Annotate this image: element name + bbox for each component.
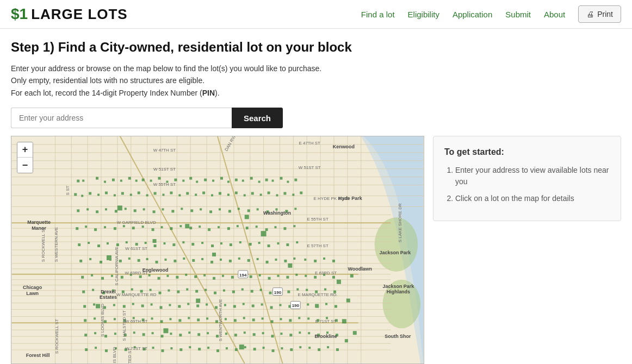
nav-eligibility[interactable]: Eligibility: [408, 10, 439, 19]
svg-rect-111: [251, 192, 254, 195]
svg-rect-203: [156, 261, 158, 263]
svg-rect-354: [262, 332, 264, 334]
svg-rect-93: [105, 192, 108, 194]
svg-rect-153: [179, 225, 182, 227]
svg-rect-92: [97, 194, 100, 196]
zoom-in-button[interactable]: +: [17, 142, 33, 158]
svg-rect-336: [94, 332, 96, 334]
nav-application[interactable]: Application: [453, 10, 492, 19]
svg-rect-283: [123, 305, 126, 308]
svg-rect-202: [146, 258, 148, 260]
svg-rect-165: [293, 225, 295, 227]
svg-text:190: 190: [274, 290, 282, 295]
svg-rect-392: [196, 299, 200, 303]
svg-rect-105: [202, 192, 205, 194]
svg-rect-395: [163, 328, 168, 333]
svg-rect-246: [295, 274, 298, 276]
svg-rect-90: [81, 195, 83, 197]
nav-submit[interactable]: Submit: [505, 10, 531, 19]
svg-text:S WENTWORTH AVE: S WENTWORTH AVE: [218, 299, 223, 342]
svg-rect-279: [83, 305, 86, 308]
svg-rect-183: [239, 241, 241, 243]
svg-rect-113: [268, 192, 270, 194]
header: $1 LARGE LOTS Find a lot Eligibility App…: [0, 0, 632, 29]
svg-rect-328: [280, 318, 282, 321]
svg-text:Brookline: Brookline: [314, 334, 337, 339]
svg-rect-264: [205, 289, 207, 291]
svg-rect-291: [196, 305, 199, 307]
svg-rect-404: [345, 339, 348, 342]
svg-rect-372: [170, 347, 172, 349]
svg-rect-100: [162, 194, 164, 196]
svg-rect-236: [203, 274, 206, 277]
svg-rect-213: [247, 259, 250, 262]
svg-rect-239: [231, 276, 234, 279]
svg-text:W 61ST ST: W 61ST ST: [125, 246, 147, 251]
svg-rect-365: [105, 349, 108, 352]
svg-rect-299: [270, 306, 273, 309]
svg-rect-256: [131, 288, 133, 291]
svg-rect-189: [296, 241, 298, 243]
svg-rect-305: [325, 303, 327, 305]
svg-rect-226: [111, 275, 113, 277]
map-container[interactable]: + −: [11, 136, 424, 364]
svg-rect-145: [104, 226, 106, 228]
svg-rect-351: [234, 334, 237, 336]
svg-rect-219: [304, 259, 306, 261]
svg-rect-207: [192, 259, 195, 262]
svg-text:Highlands: Highlands: [387, 289, 410, 294]
svg-rect-167: [88, 242, 90, 244]
svg-rect-319: [197, 319, 200, 322]
svg-text:Jackson Park: Jackson Park: [380, 250, 411, 255]
svg-rect-206: [183, 258, 185, 260]
svg-rect-252: [92, 289, 94, 291]
svg-text:194: 194: [239, 273, 247, 278]
svg-rect-175: [163, 242, 165, 244]
svg-rect-102: [178, 194, 181, 197]
svg-rect-181: [220, 242, 222, 244]
svg-rect-187: [277, 242, 279, 244]
svg-rect-294: [224, 304, 226, 306]
svg-rect-158: [227, 227, 230, 230]
svg-rect-96: [130, 194, 132, 196]
svg-rect-110: [244, 194, 246, 197]
svg-rect-262: [186, 288, 188, 291]
zoom-out-button[interactable]: −: [17, 158, 33, 173]
svg-rect-297: [252, 305, 255, 307]
svg-rect-77: [212, 180, 214, 182]
svg-rect-235: [194, 275, 197, 278]
svg-rect-394: [288, 263, 292, 268]
svg-rect-320: [206, 318, 208, 320]
svg-rect-398: [315, 304, 319, 308]
svg-rect-386: [299, 346, 301, 348]
svg-rect-225: [101, 277, 104, 280]
nav-find-lot[interactable]: Find a lot: [361, 10, 395, 19]
address-search-input[interactable]: [11, 108, 232, 128]
print-button[interactable]: 🖨 Print: [578, 5, 621, 23]
svg-rect-103: [186, 192, 189, 195]
svg-text:Jackson Park: Jackson Park: [383, 284, 414, 289]
svg-rect-376: [207, 347, 209, 349]
svg-rect-385: [290, 348, 293, 351]
svg-rect-134: [228, 210, 231, 213]
nav-about[interactable]: About: [544, 10, 565, 19]
printer-icon: 🖨: [586, 10, 594, 18]
svg-rect-61: [82, 180, 84, 182]
svg-text:W 47TH ST: W 47TH ST: [153, 148, 176, 153]
svg-text:Washington: Washington: [263, 210, 291, 216]
svg-rect-400: [346, 299, 350, 303]
svg-rect-129: [181, 208, 183, 210]
svg-rect-87: [287, 181, 289, 183]
instruction-line1: Enter your address or browse on the map …: [11, 62, 621, 74]
svg-rect-72: [174, 179, 177, 181]
search-button[interactable]: Search: [232, 108, 283, 128]
svg-rect-124: [134, 210, 137, 212]
svg-rect-169: [107, 242, 109, 244]
svg-rect-69: [150, 180, 152, 182]
svg-rect-209: [210, 261, 213, 263]
svg-text:Marquette: Marquette: [27, 219, 51, 225]
svg-rect-267: [232, 291, 235, 293]
svg-rect-132: [209, 211, 212, 214]
svg-rect-122: [115, 210, 117, 213]
svg-rect-144: [94, 228, 97, 231]
